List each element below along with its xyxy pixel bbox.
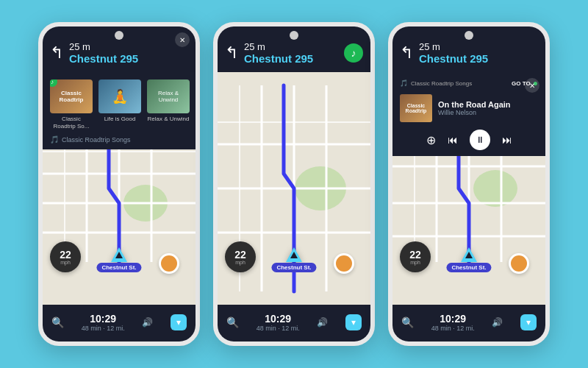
street-label-1: Chestnut St. [96, 263, 141, 272]
playlist-panel[interactable]: ♪ ClassicRoadtrip Classic Roadtrip So...… [43, 72, 196, 149]
speed-value-1: 22 [60, 250, 71, 260]
down-arrow-button-2[interactable]: ▾ [345, 314, 362, 330]
track-title: On the Road Again [438, 100, 538, 109]
track-thumbnail: ClassicRoadtrip [400, 94, 432, 122]
nav-info-2: 25 m Chestnut 295 [244, 41, 313, 65]
music-icon-panel: 🎵 [400, 79, 408, 87]
speed-unit-1: mph [60, 260, 71, 265]
phone-3: ↰ 25 m Chestnut 295 🎵 Classic Roadtrip S… [388, 22, 550, 346]
track-details: On the Road Again Willie Nelson [438, 100, 538, 116]
turn-arrow-3: ↰ [400, 43, 413, 63]
time-block-3: 10:29 48 min · 12 mi. [431, 313, 475, 332]
eta-display-3: 48 min · 12 mi. [431, 325, 475, 332]
street-label-3: Chestnut St. [446, 263, 491, 272]
nav-street-1: Chestnut 295 [69, 52, 138, 65]
playlist-label-relax: Relax & Unwind [148, 116, 190, 123]
pause-button[interactable]: ⏸ [470, 130, 490, 150]
svg-point-18 [473, 170, 517, 207]
close-panel-button-3[interactable]: ✕ [525, 78, 539, 93]
time-display-3: 10:29 [431, 313, 475, 325]
track-info-row: ClassicRoadtrip On the Road Again Willie… [400, 94, 538, 122]
nav-pin-1 [111, 247, 127, 262]
speed-display-3: 22 mph [400, 241, 431, 272]
phone-notch-3 [465, 31, 473, 40]
time-block-1: 10:29 48 min · 12 mi. [82, 313, 125, 332]
nav-info-3: 25 m Chestnut 295 [419, 41, 488, 65]
spotify-button-2[interactable]: ♪ [344, 43, 363, 63]
phone-notch-2 [290, 31, 298, 40]
close-panel-button[interactable]: ✕ [175, 32, 190, 47]
nav-distance-1: 25 m [69, 41, 138, 52]
playlist-item-relax[interactable]: Relax &Unwind Relax & Unwind [147, 79, 190, 130]
phone-2: ↰ 25 m Chestnut 295 ♪ 22 mph Chestnut St [213, 22, 375, 346]
music-note-badge-1: ♪ [50, 79, 57, 87]
time-display-2: 10:29 [257, 313, 300, 325]
turn-arrow-2: ↰ [225, 43, 238, 63]
bottom-bar-1: 🔍 10:29 48 min · 12 mi. 🔊 ▾ [43, 305, 196, 342]
prev-button[interactable]: ⏮ [448, 134, 458, 146]
eta-display-1: 48 min · 12 mi. [82, 325, 125, 332]
music-icon-footer: 🎵 [50, 135, 59, 144]
player-controls: ⊕ ⏮ ⏸ ⏭ [400, 130, 538, 150]
search-icon-2[interactable]: 🔍 [226, 316, 239, 328]
turn-arrow-1: ↰ [50, 43, 63, 63]
speed-unit-3: mph [410, 260, 420, 265]
time-block-2: 10:29 48 min · 12 mi. [257, 313, 300, 332]
thumb-classic: ♪ ClassicRoadtrip [50, 79, 93, 113]
volume-icon-1[interactable]: 🔊 [142, 317, 153, 328]
thumb-life: 🧘 [98, 79, 141, 113]
speed-value-3: 22 [409, 250, 421, 260]
phone-1: ↰ 25 m Chestnut 295 ♪ ClassicRoadtrip Cl… [38, 22, 200, 346]
nav-pin-3 [461, 247, 477, 262]
add-button[interactable]: ⊕ [426, 133, 436, 147]
search-icon-3[interactable]: 🔍 [401, 316, 414, 328]
volume-icon-2[interactable]: 🔊 [317, 317, 328, 328]
nav-street-2: Chestnut 295 [244, 52, 313, 65]
nav-street-3: Chestnut 295 [419, 52, 488, 65]
orange-dot-2 [334, 253, 354, 274]
thumb-relax: Relax &Unwind [147, 79, 190, 113]
playlist-items: ♪ ClassicRoadtrip Classic Roadtrip So...… [50, 79, 188, 130]
time-display-1: 10:29 [82, 313, 125, 325]
phone-notch-1 [115, 31, 123, 40]
orange-dot-3 [509, 253, 529, 274]
speed-value-2: 22 [234, 250, 246, 260]
nav-distance-2: 25 m [244, 41, 313, 52]
playlist-label-classic: Classic Roadtrip So... [50, 116, 93, 130]
playlist-footer-label: Classic Roadtrip Songs [62, 136, 131, 144]
playlist-footer: 🎵 Classic Roadtrip Songs [50, 135, 188, 144]
playlist-item-life[interactable]: 🧘 Life is Good [98, 79, 141, 130]
map-area-2: 22 mph Chestnut St. [218, 72, 370, 305]
volume-icon-3[interactable]: 🔊 [492, 317, 503, 328]
now-playing-header: 🎵 Classic Roadtrip Songs GO TO ● [400, 78, 538, 88]
down-arrow-button-1[interactable]: ▾ [171, 314, 187, 330]
speed-unit-2: mph [235, 260, 245, 265]
playlist-item-classic[interactable]: ♪ ClassicRoadtrip Classic Roadtrip So... [50, 79, 93, 130]
bottom-bar-2: 🔍 10:29 48 min · 12 mi. 🔊 ▾ [218, 305, 370, 342]
playlist-name: Classic Roadtrip Songs [411, 80, 472, 87]
now-playing-label: 🎵 Classic Roadtrip Songs [400, 79, 472, 87]
street-label-2: Chestnut St. [271, 263, 316, 272]
search-icon-1[interactable]: 🔍 [51, 316, 64, 328]
speed-display-1: 22 mph [50, 241, 81, 272]
next-button[interactable]: ⏭ [502, 134, 512, 146]
nav-distance-3: 25 m [419, 41, 488, 52]
track-artist: Willie Nelson [438, 109, 538, 116]
playlist-label-life: Life is Good [104, 116, 136, 123]
speed-display-2: 22 mph [225, 241, 256, 272]
down-arrow-button-3[interactable]: ▾ [520, 314, 537, 330]
nav-pin-2 [286, 247, 302, 262]
now-playing-panel[interactable]: 🎵 Classic Roadtrip Songs GO TO ● Classic… [392, 72, 545, 156]
nav-info-1: 25 m Chestnut 295 [69, 41, 138, 65]
eta-display-2: 48 min · 12 mi. [257, 325, 300, 332]
spotify-icon-2: ♪ [351, 47, 356, 59]
orange-dot-1 [159, 253, 179, 274]
bottom-bar-3: 🔍 10:29 48 min · 12 mi. 🔊 ▾ [392, 305, 545, 342]
